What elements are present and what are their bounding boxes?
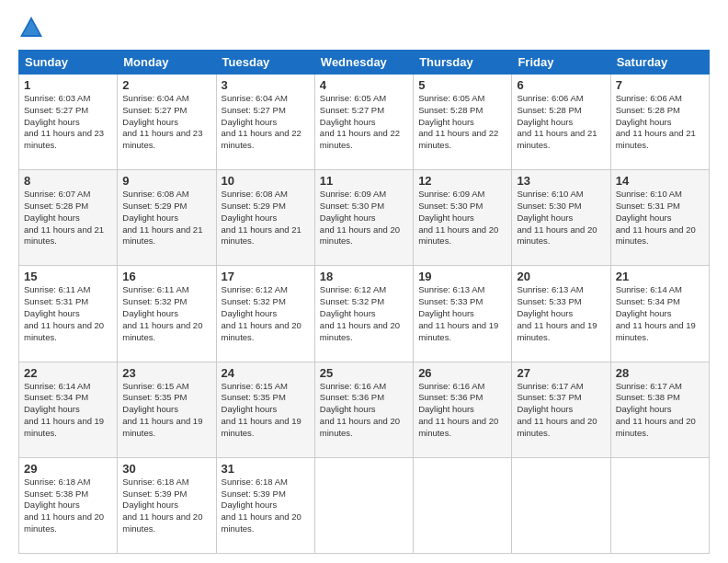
calendar-week-row: 8 Sunrise: 6:07 AMSunset: 5:28 PMDayligh… [19, 170, 710, 266]
calendar-cell: 7 Sunrise: 6:06 AMSunset: 5:28 PMDayligh… [610, 75, 709, 170]
cell-info: Sunrise: 6:18 AMSunset: 5:39 PMDaylight … [222, 477, 301, 534]
day-number: 12 [418, 174, 506, 188]
header [18, 15, 710, 40]
day-number: 7 [616, 78, 704, 92]
calendar-cell: 23 Sunrise: 6:15 AMSunset: 5:35 PMDaylig… [118, 362, 216, 457]
cell-info: Sunrise: 6:11 AMSunset: 5:32 PMDaylight … [122, 284, 202, 341]
cell-info: Sunrise: 6:12 AMSunset: 5:32 PMDaylight … [222, 284, 301, 341]
day-number: 17 [222, 270, 310, 283]
weekday-header: Sunday [19, 51, 118, 75]
cell-info: Sunrise: 6:12 AMSunset: 5:32 PMDaylight … [320, 284, 400, 341]
calendar-cell: 3 Sunrise: 6:04 AMSunset: 5:27 PMDayligh… [216, 75, 314, 170]
calendar-cell: 13 Sunrise: 6:10 AMSunset: 5:30 PMDaylig… [512, 170, 610, 266]
calendar-cell [314, 457, 413, 553]
day-number: 29 [24, 462, 112, 476]
calendar-header-row: SundayMondayTuesdayWednesdayThursdayFrid… [19, 51, 710, 75]
cell-info: Sunrise: 6:06 AMSunset: 5:28 PMDaylight … [616, 93, 696, 150]
cell-info: Sunrise: 6:04 AMSunset: 5:27 PMDaylight … [122, 93, 202, 150]
day-number: 2 [122, 78, 210, 92]
cell-info: Sunrise: 6:09 AMSunset: 5:30 PMDaylight … [418, 189, 498, 246]
calendar-cell: 11 Sunrise: 6:09 AMSunset: 5:30 PMDaylig… [314, 170, 413, 266]
day-number: 6 [517, 78, 605, 92]
calendar-cell: 21 Sunrise: 6:14 AMSunset: 5:34 PMDaylig… [610, 266, 709, 362]
day-number: 9 [122, 174, 210, 188]
calendar-cell: 30 Sunrise: 6:18 AMSunset: 5:39 PMDaylig… [118, 457, 216, 553]
calendar-cell: 14 Sunrise: 6:10 AMSunset: 5:31 PMDaylig… [610, 170, 709, 266]
calendar-cell: 26 Sunrise: 6:16 AMSunset: 5:36 PMDaylig… [414, 362, 512, 457]
calendar-table: SundayMondayTuesdayWednesdayThursdayFrid… [18, 50, 710, 554]
calendar-cell [414, 457, 512, 553]
day-number: 14 [616, 174, 704, 188]
calendar-cell: 22 Sunrise: 6:14 AMSunset: 5:34 PMDaylig… [19, 362, 118, 457]
cell-info: Sunrise: 6:03 AMSunset: 5:27 PMDaylight … [24, 93, 104, 150]
day-number: 20 [517, 270, 605, 283]
day-number: 27 [517, 366, 605, 380]
cell-info: Sunrise: 6:09 AMSunset: 5:30 PMDaylight … [320, 189, 400, 246]
weekday-header: Saturday [610, 51, 709, 75]
calendar-week-row: 15 Sunrise: 6:11 AMSunset: 5:31 PMDaylig… [19, 266, 710, 362]
calendar-cell: 5 Sunrise: 6:05 AMSunset: 5:28 PMDayligh… [414, 75, 512, 170]
cell-info: Sunrise: 6:15 AMSunset: 5:35 PMDaylight … [222, 381, 301, 438]
calendar-cell: 18 Sunrise: 6:12 AMSunset: 5:32 PMDaylig… [314, 266, 413, 362]
day-number: 16 [122, 270, 210, 283]
day-number: 28 [616, 366, 704, 380]
calendar-cell [512, 457, 610, 553]
cell-info: Sunrise: 6:14 AMSunset: 5:34 PMDaylight … [24, 381, 104, 438]
cell-info: Sunrise: 6:10 AMSunset: 5:30 PMDaylight … [517, 189, 597, 246]
cell-info: Sunrise: 6:08 AMSunset: 5:29 PMDaylight … [222, 189, 301, 246]
calendar-cell: 2 Sunrise: 6:04 AMSunset: 5:27 PMDayligh… [118, 75, 216, 170]
cell-info: Sunrise: 6:07 AMSunset: 5:28 PMDaylight … [24, 189, 104, 246]
cell-info: Sunrise: 6:16 AMSunset: 5:36 PMDaylight … [320, 381, 400, 438]
day-number: 1 [24, 78, 112, 92]
page: SundayMondayTuesdayWednesdayThursdayFrid… [0, 0, 728, 563]
calendar-cell: 27 Sunrise: 6:17 AMSunset: 5:37 PMDaylig… [512, 362, 610, 457]
day-number: 4 [320, 78, 408, 92]
calendar-week-row: 29 Sunrise: 6:18 AMSunset: 5:38 PMDaylig… [19, 457, 710, 553]
calendar-week-row: 22 Sunrise: 6:14 AMSunset: 5:34 PMDaylig… [19, 362, 710, 457]
cell-info: Sunrise: 6:11 AMSunset: 5:31 PMDaylight … [24, 284, 104, 341]
day-number: 30 [122, 462, 210, 476]
day-number: 18 [320, 270, 408, 283]
day-number: 15 [24, 270, 112, 283]
cell-info: Sunrise: 6:17 AMSunset: 5:37 PMDaylight … [517, 381, 597, 438]
calendar-cell [610, 457, 709, 553]
cell-info: Sunrise: 6:18 AMSunset: 5:38 PMDaylight … [24, 477, 104, 534]
calendar-cell: 29 Sunrise: 6:18 AMSunset: 5:38 PMDaylig… [19, 457, 118, 553]
cell-info: Sunrise: 6:16 AMSunset: 5:36 PMDaylight … [418, 381, 498, 438]
weekday-header: Thursday [414, 51, 512, 75]
cell-info: Sunrise: 6:06 AMSunset: 5:28 PMDaylight … [517, 93, 597, 150]
day-number: 5 [418, 78, 506, 92]
day-number: 8 [24, 174, 112, 188]
cell-info: Sunrise: 6:05 AMSunset: 5:28 PMDaylight … [418, 93, 498, 150]
day-number: 11 [320, 174, 408, 188]
cell-info: Sunrise: 6:10 AMSunset: 5:31 PMDaylight … [616, 189, 696, 246]
calendar-cell: 25 Sunrise: 6:16 AMSunset: 5:36 PMDaylig… [314, 362, 413, 457]
cell-info: Sunrise: 6:05 AMSunset: 5:27 PMDaylight … [320, 93, 400, 150]
calendar-cell: 15 Sunrise: 6:11 AMSunset: 5:31 PMDaylig… [19, 266, 118, 362]
day-number: 26 [418, 366, 506, 380]
cell-info: Sunrise: 6:04 AMSunset: 5:27 PMDaylight … [222, 93, 301, 150]
calendar-cell: 8 Sunrise: 6:07 AMSunset: 5:28 PMDayligh… [19, 170, 118, 266]
calendar-cell: 6 Sunrise: 6:06 AMSunset: 5:28 PMDayligh… [512, 75, 610, 170]
day-number: 22 [24, 366, 112, 380]
cell-info: Sunrise: 6:08 AMSunset: 5:29 PMDaylight … [122, 189, 202, 246]
day-number: 31 [222, 462, 310, 476]
calendar-cell: 31 Sunrise: 6:18 AMSunset: 5:39 PMDaylig… [216, 457, 314, 553]
calendar-cell: 10 Sunrise: 6:08 AMSunset: 5:29 PMDaylig… [216, 170, 314, 266]
cell-info: Sunrise: 6:17 AMSunset: 5:38 PMDaylight … [616, 381, 696, 438]
cell-info: Sunrise: 6:18 AMSunset: 5:39 PMDaylight … [122, 477, 202, 534]
calendar-cell: 12 Sunrise: 6:09 AMSunset: 5:30 PMDaylig… [414, 170, 512, 266]
calendar-cell: 20 Sunrise: 6:13 AMSunset: 5:33 PMDaylig… [512, 266, 610, 362]
weekday-header: Wednesday [314, 51, 413, 75]
day-number: 25 [320, 366, 408, 380]
calendar-cell: 19 Sunrise: 6:13 AMSunset: 5:33 PMDaylig… [414, 266, 512, 362]
weekday-header: Tuesday [216, 51, 314, 75]
day-number: 21 [616, 270, 704, 283]
calendar-cell: 9 Sunrise: 6:08 AMSunset: 5:29 PMDayligh… [118, 170, 216, 266]
calendar-cell: 1 Sunrise: 6:03 AMSunset: 5:27 PMDayligh… [19, 75, 118, 170]
calendar-cell: 17 Sunrise: 6:12 AMSunset: 5:32 PMDaylig… [216, 266, 314, 362]
weekday-header: Monday [118, 51, 216, 75]
logo [18, 15, 48, 40]
cell-info: Sunrise: 6:15 AMSunset: 5:35 PMDaylight … [122, 381, 202, 438]
day-number: 3 [222, 78, 310, 92]
